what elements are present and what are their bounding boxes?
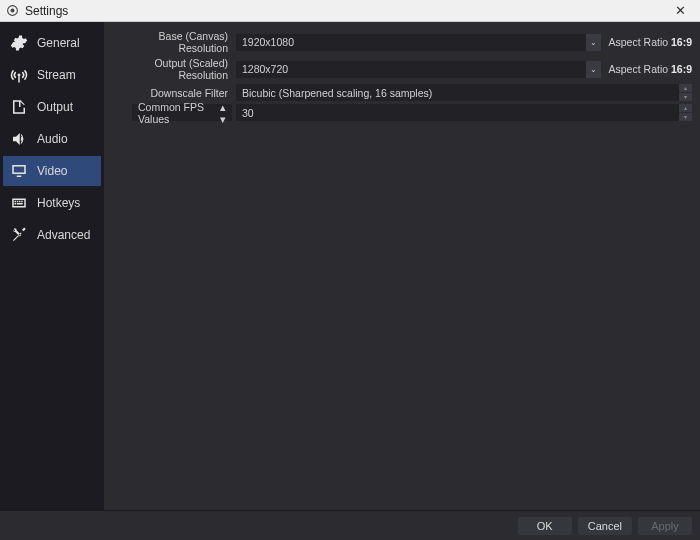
fps-row: Common FPS Values ▴▾ 30 ▴▾ (108, 104, 692, 121)
sidebar-item-label: General (37, 36, 80, 50)
sidebar-item-hotkeys[interactable]: Hotkeys (3, 188, 101, 218)
base-aspect-ratio: Aspect Ratio 16:9 (605, 36, 692, 48)
sidebar-item-general[interactable]: General (3, 28, 101, 58)
base-resolution-select[interactable]: 1920x1080 ⌄ (236, 34, 601, 51)
close-button[interactable]: ✕ (666, 0, 694, 22)
chevron-down-icon: ⌄ (586, 61, 601, 78)
sidebar-item-output[interactable]: Output (3, 92, 101, 122)
svg-point-1 (11, 9, 15, 13)
sidebar-item-video[interactable]: Video (3, 156, 101, 186)
monitor-icon (9, 161, 29, 181)
main-area: General Stream Output Audio (0, 22, 700, 510)
ok-button[interactable]: OK (518, 517, 572, 535)
fps-value-select[interactable]: 30 ▴▾ (236, 104, 692, 121)
app-icon (6, 4, 19, 17)
sidebar-item-label: Advanced (37, 228, 90, 242)
downscale-filter-label: Downscale Filter (108, 87, 232, 99)
export-icon (9, 97, 29, 117)
sidebar-item-label: Audio (37, 132, 68, 146)
output-resolution-label: Output (Scaled) Resolution (108, 57, 232, 81)
settings-window: General Stream Output Audio (0, 22, 700, 540)
downscale-filter-value: Bicubic (Sharpened scaling, 16 samples) (242, 87, 432, 99)
sidebar-item-advanced[interactable]: Advanced (3, 220, 101, 250)
spin-buttons[interactable]: ▴▾ (679, 104, 692, 121)
spin-buttons[interactable]: ▴▾ (679, 84, 692, 101)
output-resolution-value: 1280x720 (242, 63, 288, 75)
downscale-filter-row: Downscale Filter Bicubic (Sharpened scal… (108, 84, 692, 101)
fps-mode-label: Common FPS Values (138, 101, 220, 125)
output-aspect-ratio: Aspect Ratio 16:9 (605, 63, 692, 75)
fps-mode-select[interactable]: Common FPS Values ▴▾ (132, 104, 232, 121)
sidebar-item-label: Video (37, 164, 67, 178)
apply-button: Apply (638, 517, 692, 535)
sidebar-item-label: Output (37, 100, 73, 114)
sidebar-item-stream[interactable]: Stream (3, 60, 101, 90)
chevron-down-icon: ⌄ (586, 34, 601, 51)
gear-icon (9, 33, 29, 53)
titlebar: Settings ✕ (0, 0, 700, 22)
base-resolution-row: Base (Canvas) Resolution 1920x1080 ⌄ Asp… (108, 30, 692, 54)
fps-value: 30 (242, 107, 254, 119)
footer: OK Cancel Apply (0, 510, 700, 540)
video-settings-panel: Base (Canvas) Resolution 1920x1080 ⌄ Asp… (104, 22, 700, 510)
spin-buttons[interactable]: ▴▾ (220, 101, 226, 125)
speaker-icon (9, 129, 29, 149)
base-resolution-label: Base (Canvas) Resolution (108, 30, 232, 54)
window-title: Settings (25, 4, 666, 18)
sidebar-item-label: Hotkeys (37, 196, 80, 210)
sidebar-item-label: Stream (37, 68, 76, 82)
sidebar-item-audio[interactable]: Audio (3, 124, 101, 154)
output-resolution-select[interactable]: 1280x720 ⌄ (236, 61, 601, 78)
keyboard-icon (9, 193, 29, 213)
cancel-button[interactable]: Cancel (578, 517, 632, 535)
broadcast-icon (9, 65, 29, 85)
sidebar: General Stream Output Audio (0, 22, 104, 510)
output-resolution-row: Output (Scaled) Resolution 1280x720 ⌄ As… (108, 57, 692, 81)
base-resolution-value: 1920x1080 (242, 36, 294, 48)
downscale-filter-select[interactable]: Bicubic (Sharpened scaling, 16 samples) … (236, 84, 692, 101)
tools-icon (9, 225, 29, 245)
